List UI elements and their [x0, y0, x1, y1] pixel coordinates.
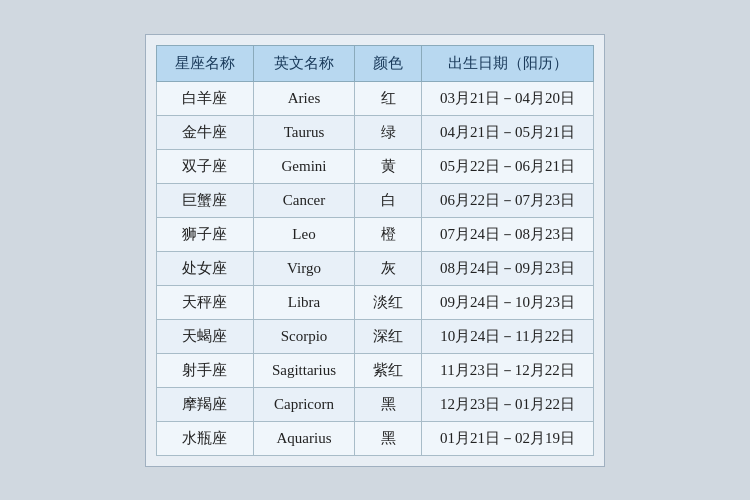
- table-cell-3-1: Cancer: [253, 183, 354, 217]
- table-cell-3-2: 白: [355, 183, 422, 217]
- table-cell-10-3: 01月21日－02月19日: [422, 421, 594, 455]
- table-cell-5-0: 处女座: [156, 251, 253, 285]
- column-header-1: 英文名称: [253, 45, 354, 81]
- table-cell-8-2: 紫红: [355, 353, 422, 387]
- table-row: 射手座Sagittarius紫红11月23日－12月22日: [156, 353, 593, 387]
- table-cell-1-2: 绿: [355, 115, 422, 149]
- table-cell-5-2: 灰: [355, 251, 422, 285]
- table-row: 摩羯座Capricorn黑12月23日－01月22日: [156, 387, 593, 421]
- table-row: 狮子座Leo橙07月24日－08月23日: [156, 217, 593, 251]
- table-cell-2-1: Gemini: [253, 149, 354, 183]
- table-cell-3-3: 06月22日－07月23日: [422, 183, 594, 217]
- table-cell-2-2: 黄: [355, 149, 422, 183]
- table-cell-8-0: 射手座: [156, 353, 253, 387]
- table-cell-1-0: 金牛座: [156, 115, 253, 149]
- table-cell-3-0: 巨蟹座: [156, 183, 253, 217]
- table-row: 双子座Gemini黄05月22日－06月21日: [156, 149, 593, 183]
- table-cell-0-2: 红: [355, 81, 422, 115]
- table-cell-4-0: 狮子座: [156, 217, 253, 251]
- table-cell-9-0: 摩羯座: [156, 387, 253, 421]
- table-row: 白羊座Aries红03月21日－04月20日: [156, 81, 593, 115]
- table-row: 水瓶座Aquarius黑01月21日－02月19日: [156, 421, 593, 455]
- table-row: 天秤座Libra淡红09月24日－10月23日: [156, 285, 593, 319]
- column-header-0: 星座名称: [156, 45, 253, 81]
- zodiac-table: 星座名称英文名称颜色出生日期（阳历） 白羊座Aries红03月21日－04月20…: [156, 45, 594, 456]
- table-cell-10-2: 黑: [355, 421, 422, 455]
- table-cell-6-2: 淡红: [355, 285, 422, 319]
- table-cell-7-0: 天蝎座: [156, 319, 253, 353]
- table-cell-4-1: Leo: [253, 217, 354, 251]
- table-cell-0-0: 白羊座: [156, 81, 253, 115]
- table-cell-8-3: 11月23日－12月22日: [422, 353, 594, 387]
- table-cell-10-1: Aquarius: [253, 421, 354, 455]
- table-cell-1-1: Taurus: [253, 115, 354, 149]
- column-header-3: 出生日期（阳历）: [422, 45, 594, 81]
- table-header-row: 星座名称英文名称颜色出生日期（阳历）: [156, 45, 593, 81]
- table-cell-9-2: 黑: [355, 387, 422, 421]
- table-cell-5-3: 08月24日－09月23日: [422, 251, 594, 285]
- table-row: 巨蟹座Cancer白06月22日－07月23日: [156, 183, 593, 217]
- table-cell-7-1: Scorpio: [253, 319, 354, 353]
- table-cell-4-2: 橙: [355, 217, 422, 251]
- table-cell-6-1: Libra: [253, 285, 354, 319]
- table-cell-4-3: 07月24日－08月23日: [422, 217, 594, 251]
- table-cell-0-1: Aries: [253, 81, 354, 115]
- table-cell-9-1: Capricorn: [253, 387, 354, 421]
- table-cell-2-3: 05月22日－06月21日: [422, 149, 594, 183]
- table-cell-10-0: 水瓶座: [156, 421, 253, 455]
- table-row: 天蝎座Scorpio深红10月24日－11月22日: [156, 319, 593, 353]
- table-cell-6-0: 天秤座: [156, 285, 253, 319]
- column-header-2: 颜色: [355, 45, 422, 81]
- table-cell-7-2: 深红: [355, 319, 422, 353]
- table-cell-5-1: Virgo: [253, 251, 354, 285]
- table-row: 处女座Virgo灰08月24日－09月23日: [156, 251, 593, 285]
- table-cell-7-3: 10月24日－11月22日: [422, 319, 594, 353]
- table-cell-1-3: 04月21日－05月21日: [422, 115, 594, 149]
- table-cell-6-3: 09月24日－10月23日: [422, 285, 594, 319]
- table-cell-8-1: Sagittarius: [253, 353, 354, 387]
- table-row: 金牛座Taurus绿04月21日－05月21日: [156, 115, 593, 149]
- table-cell-0-3: 03月21日－04月20日: [422, 81, 594, 115]
- table-cell-2-0: 双子座: [156, 149, 253, 183]
- zodiac-table-container: 星座名称英文名称颜色出生日期（阳历） 白羊座Aries红03月21日－04月20…: [145, 34, 605, 467]
- table-cell-9-3: 12月23日－01月22日: [422, 387, 594, 421]
